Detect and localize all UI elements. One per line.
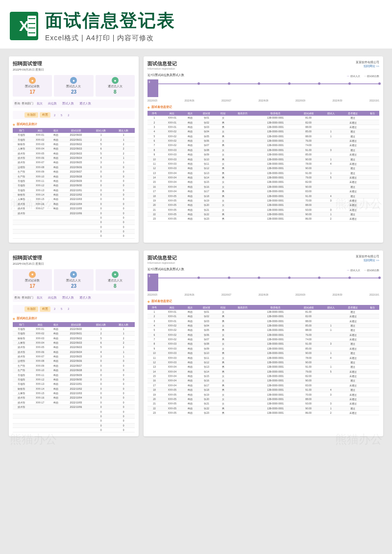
table-cell: XXX-17 <box>30 400 49 404</box>
table-cell: 1 <box>321 212 341 216</box>
table-cell: 3 <box>321 207 341 212</box>
table-cell: 22 <box>147 212 161 216</box>
table-cell <box>366 332 379 337</box>
table-cell: XXX-05 <box>161 198 183 202</box>
table-cell: XXX-06 <box>30 350 49 354</box>
table-cell: 90.00 <box>296 351 321 355</box>
table-cell: 终面 <box>50 133 62 137</box>
table-cell: 91.00 <box>296 342 321 346</box>
table-row: 人事部XXX-04终面2022/09/2362 <box>13 147 135 151</box>
table-cell: 张05 <box>197 328 217 332</box>
table-cell: 人事部 <box>13 147 30 151</box>
table-cell: 终面 <box>183 194 197 198</box>
table-cell: 0 <box>90 391 112 395</box>
table-cell: 2 <box>90 137 112 142</box>
table-cell: 技术部 <box>13 160 30 165</box>
table-cell: 2022/09/30 <box>62 183 90 188</box>
table-cell <box>321 189 341 194</box>
table-cell: 138-0000-0001 <box>255 332 296 337</box>
table-cell: XXX-01 <box>161 314 183 319</box>
table-row: 人事部XXX-04终面2022/09/2362 <box>13 340 135 345</box>
table-cell: 90.00 <box>296 360 321 364</box>
table-cell: XXX-05 <box>161 388 183 392</box>
xaxis-label: 2022/9/25 <box>147 100 157 102</box>
table-cell: 2022/09/21 <box>62 331 90 336</box>
table-cell <box>230 402 255 406</box>
table-cell <box>13 419 30 423</box>
table-cell: 未通过 <box>341 319 366 323</box>
table-cell: 女 <box>216 323 230 327</box>
table-cell: 张12 <box>197 166 217 171</box>
total-icon: ● <box>70 77 77 84</box>
table-cell: 21 <box>147 402 161 406</box>
table-row: 2XXX-01终面张02男138-0000-000182.00未通过 <box>147 120 379 125</box>
table-cell <box>366 402 379 406</box>
table-cell: 8 <box>147 342 161 346</box>
table-cell <box>230 328 255 332</box>
table-cell: 0 <box>112 192 135 197</box>
table-cell: 0 <box>90 414 112 418</box>
company-block: 某某软件有限公司 招聘网址 >> <box>356 60 379 68</box>
filter-batch-button[interactable]: 终面 <box>40 112 50 118</box>
table-cell: 2022/10/03 <box>62 391 90 395</box>
table-row: 2XXX-01终面张02男138-0000-000182.00未通过 <box>147 314 379 319</box>
table-cell: 张22 <box>197 212 217 216</box>
table-cell: 女 <box>216 392 230 397</box>
recruit-link[interactable]: 招聘网址 >> <box>356 259 379 262</box>
table-cell: 男 <box>216 365 230 369</box>
filter-dept-button[interactable]: 市场部 <box>24 112 38 118</box>
table-row: 12XXX-03终面张12男138-0000-000190.00通过 <box>147 166 379 171</box>
table-cell: 88.00 <box>296 134 321 138</box>
metric-label: 通过总人次 <box>97 279 134 282</box>
chart-dot <box>288 82 291 85</box>
table-cell: 男 <box>216 319 230 323</box>
table-cell: 市场部 <box>13 188 30 192</box>
table-row: 技术部XXX-06终面2022/09/2441 <box>13 155 135 160</box>
table-cell: 男 <box>216 388 230 392</box>
table-cell: 终面 <box>50 188 62 192</box>
table-cell: 0 <box>90 359 112 363</box>
filter-row: 查询 查询部门 批次 岗位数 面试人数 通过人数 <box>13 100 135 108</box>
table-cell: 张13 <box>197 365 217 369</box>
table-cell: 未通过 <box>341 207 366 212</box>
table-header: 岗位 <box>161 305 183 310</box>
table-row: 1XXX-01终面张01女138-0000-000181.00通过 <box>147 310 379 314</box>
table-cell: 1 <box>112 350 135 354</box>
table-cell: XXX-01 <box>161 310 183 314</box>
table-cell: 2022/10/05 <box>62 206 90 211</box>
table-cell: 终面 <box>183 397 197 401</box>
table-cell: 0 <box>90 206 112 211</box>
table-cell: 6 <box>147 138 161 143</box>
table-cell: 2 <box>112 142 135 146</box>
recruit-link[interactable]: 招聘网址 >> <box>356 65 379 68</box>
table-row: 运维部XXX-08终面2022/09/2600 <box>13 165 135 169</box>
table-cell: 通过 <box>341 323 366 327</box>
table-cell: 张01 <box>197 116 217 120</box>
table-row: 14XXX-04终面张14男138-0000-000179.005未通过 <box>147 369 379 374</box>
table-row: 15XXX-04终面张15女138-0000-000182.00未通过 <box>147 180 379 184</box>
table-row: 7XXX-02终面张07男138-0000-000174.00未通过 <box>147 143 379 148</box>
table-cell <box>366 323 379 327</box>
table-cell: 未通过 <box>341 392 366 397</box>
template-header: 面试信息登记表 Excel格式 | A4打印 | 内容可修改 <box>0 0 392 49</box>
table-cell <box>13 428 30 432</box>
table-cell: XXX-04 <box>161 369 183 374</box>
table-cell <box>30 211 49 215</box>
table-cell <box>321 180 341 184</box>
table-cell <box>50 419 62 423</box>
table-cell <box>366 171 379 175</box>
table-cell: 18 <box>147 388 161 392</box>
table-cell: 1 <box>321 129 341 134</box>
table-cell: 2022/09/21 <box>62 137 90 142</box>
table-cell: 终面 <box>183 346 197 351</box>
filter-dept-button[interactable]: 市场部 <box>24 306 38 312</box>
table-cell: 终面 <box>183 116 197 120</box>
table-cell: 男 <box>216 175 230 179</box>
table-cell: 138-0000-0001 <box>255 388 296 392</box>
filter-batch-button[interactable]: 终面 <box>40 306 50 312</box>
table-cell: 138-0000-0001 <box>255 355 296 360</box>
table-cell: 83.00 <box>296 383 321 387</box>
table-cell <box>230 157 255 161</box>
table-cell: 138-0000-0001 <box>255 161 296 166</box>
table-cell: 0 <box>90 423 112 428</box>
